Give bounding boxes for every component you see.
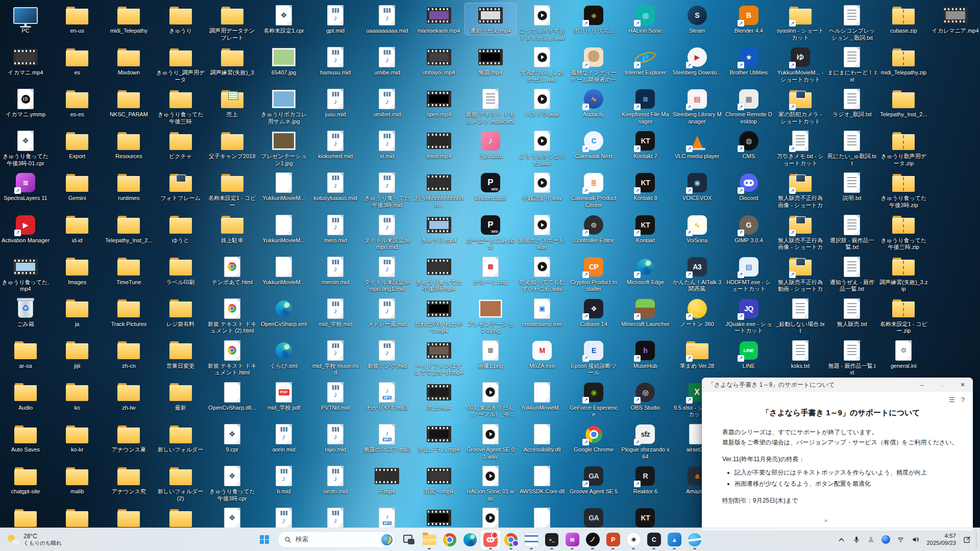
- desktop-icon[interactable]: 死にたい_ゅ歌詞.txt: [826, 129, 877, 167]
- desktop-icon[interactable]: midi_Telepathy: [103, 3, 154, 35]
- search-input[interactable]: 検索: [278, 531, 396, 548]
- desktop-icon[interactable]: E↗Epson 接続診断ツール: [568, 338, 619, 377]
- desktop-icon[interactable]: ↗Microsoft Edge: [620, 255, 671, 286]
- desktop-icon[interactable]: ↗無人販売不正行為 画像 - ショートカット: [775, 213, 826, 252]
- desktop-icon[interactable]: だれだFXいれたやつ.mp4: [413, 296, 464, 335]
- desktop-icon[interactable]: Accessibility.dll: [517, 422, 568, 454]
- desktop-icon[interactable]: [0, 506, 51, 530]
- desktop-icon[interactable]: ラジオ_歌詞.txt: [826, 87, 877, 118]
- desktop-icon[interactable]: runtimes: [103, 170, 154, 202]
- desktop-icon[interactable]: 新規 テキスト ドキュメント.musicxml: [465, 87, 516, 125]
- desktop-icon[interactable]: ↗Minecraft Launcher: [620, 296, 671, 328]
- menu-icon[interactable]: ☰: [949, 396, 955, 404]
- desktop-icon[interactable]: ♪umibet.mid: [361, 87, 412, 118]
- desktop-icon[interactable]: [103, 506, 154, 530]
- desktop-icon[interactable]: C↗Cakewalk Next: [568, 129, 619, 160]
- desktop-icon[interactable]: 営業日変更: [155, 338, 206, 370]
- copilot-icon[interactable]: [878, 531, 893, 549]
- taskbar-app-spectralayers[interactable]: ≋: [562, 530, 582, 550]
- desktop-icon[interactable]: レジ袋有料: [155, 296, 206, 328]
- desktop-icon[interactable]: R↗Reaktor 6: [620, 464, 671, 495]
- desktop-icon[interactable]: ♪mid_学校 muse.mid: [310, 338, 361, 377]
- desktop-icon[interactable]: 路上駐車: [207, 213, 258, 244]
- desktop-icon[interactable]: ❖きゅうり食ってた午後3時.cpr: [207, 464, 258, 502]
- desktop-icon[interactable]: GA↗Groove Agent SE 5: [568, 464, 619, 495]
- desktop-icon[interactable]: [155, 506, 206, 530]
- microphone-icon[interactable]: [849, 531, 864, 549]
- desktop-icon[interactable]: きゅうり.mp4: [413, 213, 464, 244]
- desktop-icon[interactable]: GA: [568, 506, 619, 530]
- desktop-icon[interactable]: PDFmid_学校.pdf: [258, 380, 309, 412]
- desktop-icon[interactable]: ↗VLC media player: [672, 129, 723, 160]
- desktop-icon[interactable]: ♪うみ.ustx: [465, 129, 516, 160]
- desktop-icon[interactable]: ♪aorin.mid: [258, 422, 309, 454]
- desktop-icon[interactable]: G↗GIMP 3.0.4: [723, 213, 774, 244]
- desktop-icon[interactable]: PC: [0, 3, 51, 35]
- minimize-button[interactable]: –: [912, 378, 932, 392]
- desktop-icon[interactable]: ⚙general.ini: [878, 338, 929, 370]
- desktop-icon[interactable]: 無題 - 親作品一覧.txt: [826, 338, 877, 377]
- desktop-icon[interactable]: 001_東北きりたん（ノーマル）_今...: [465, 380, 516, 418]
- desktop-icon[interactable]: ★↗Brother Utilities: [723, 45, 774, 77]
- desktop-icon[interactable]: ♪hamusu.mid: [310, 45, 361, 77]
- desktop-icon[interactable]: ♪mid_学校.mid: [310, 296, 361, 328]
- desktop-icon[interactable]: _起動しない場合.txt: [775, 296, 826, 335]
- desktop-icon[interactable]: ♪umibe.mid: [361, 45, 412, 77]
- desktop-icon[interactable]: 新規 テキスト ドキュメント (2).html: [207, 296, 258, 335]
- scroll-up-chevron[interactable]: ^: [824, 519, 827, 524]
- desktop-icon[interactable]: ヘッドフォンはずしててよかっt.mp4: [413, 338, 464, 377]
- desktop-icon[interactable]: cubase.zip: [878, 3, 929, 35]
- desktop-icon[interactable]: ラベル印刷: [155, 255, 206, 286]
- desktop-icon[interactable]: MMoZA.exe: [517, 338, 568, 370]
- taskbar-app-chatgpt[interactable]: ✳: [623, 530, 644, 550]
- desktop-icon[interactable]: 65407.jpg: [258, 45, 309, 77]
- desktop-icon[interactable]: テンポあて.html: [207, 255, 258, 286]
- desktop-icon[interactable]: e↗Internet Explorer: [620, 45, 671, 77]
- desktop-icon[interactable]: ◎↗HALion Sonic: [620, 3, 671, 35]
- desktop-icon[interactable]: ずんだもん_しおかぜふ.wav: [517, 45, 568, 83]
- desktop-icon[interactable]: 調声練習(失敗)_3.zip: [878, 255, 929, 293]
- desktop-icon[interactable]: ↗家の防犯カメラ - ショートカット: [775, 87, 826, 125]
- hidden-icons-chevron[interactable]: [834, 531, 849, 549]
- desktop-icon[interactable]: ▦↗Chrome Remote Desktop: [723, 87, 774, 125]
- desktop-icon[interactable]: ゆうと: [155, 213, 206, 244]
- desktop-icon[interactable]: midi_Telepathy.zip: [878, 45, 929, 77]
- desktop-icon[interactable]: F.mp4: [361, 464, 412, 495]
- desktop-icon[interactable]: teion.mp4: [413, 129, 464, 160]
- user-presence-icon[interactable]: [864, 531, 878, 549]
- desktop-icon[interactable]: ksks.txt: [775, 338, 826, 370]
- desktop-icon[interactable]: 新規 テキスト ドキュメント.html: [207, 338, 258, 377]
- taskbar-app-cubase[interactable]: C: [644, 530, 664, 550]
- desktop-icon[interactable]: 父子キャンプ2018: [207, 129, 258, 160]
- desktop-icon[interactable]: きゅうり歌声用データ.zip: [878, 129, 929, 167]
- desktop-icon[interactable]: イカレマニア.mp4: [930, 3, 980, 35]
- desktop-icon[interactable]: ♪: [258, 506, 309, 530]
- taskbar-app-terminal[interactable]: >_: [542, 530, 562, 550]
- taskbar-app-explorer[interactable]: [419, 530, 439, 550]
- desktop-icon[interactable]: 通知うぜえ.mp4: [465, 3, 516, 35]
- desktop-icon[interactable]: ♪jusu.mid: [310, 87, 361, 118]
- desktop-icon[interactable]: ↗Google Chrome: [568, 422, 619, 454]
- desktop-icon[interactable]: ▣createdump.exe: [517, 296, 568, 328]
- desktop-icon[interactable]: TimeTune: [103, 255, 154, 286]
- clock[interactable]: 4:57 2025/09/23: [923, 533, 960, 546]
- desktop-icon[interactable]: open.mp4: [413, 87, 464, 118]
- desktop-icon[interactable]: ko: [52, 380, 103, 412]
- desktop-icon[interactable]: ↗筆まめ Ver.28: [672, 338, 723, 370]
- desktop-icon[interactable]: 名称未設定1 - コピー: [207, 170, 258, 209]
- desktop-icon[interactable]: Audio: [0, 380, 51, 412]
- desktop-icon[interactable]: きゅうり: [155, 3, 206, 35]
- desktop-icon[interactable]: NKSC_PARAM: [103, 87, 154, 118]
- desktop-icon[interactable]: ⊙↗Controller Editor: [568, 213, 619, 244]
- desktop-icon[interactable]: ▶↗Steinberg Downlo...: [672, 45, 723, 77]
- desktop-icon[interactable]: ヘルシコンプレッション＿歌詞.txt: [826, 3, 877, 41]
- desktop-icon[interactable]: ▤↗HDDFMT.exe - ショートカット: [723, 255, 774, 293]
- desktop-icon[interactable]: Track Pictures: [103, 296, 154, 328]
- taskbar-app-chrome-profile[interactable]: [501, 530, 521, 550]
- desktop-icon[interactable]: 説明.txt: [826, 170, 877, 202]
- desktop-icon[interactable]: YukkuriMovieM...: [258, 255, 309, 286]
- desktop-icon[interactable]: ♪meroin.mid: [310, 255, 361, 286]
- volume-icon[interactable]: [908, 531, 923, 549]
- desktop-icon[interactable]: 羽尻へ.mp4: [413, 464, 464, 495]
- desktop-icon[interactable]: ♪gpt.mid: [310, 3, 361, 35]
